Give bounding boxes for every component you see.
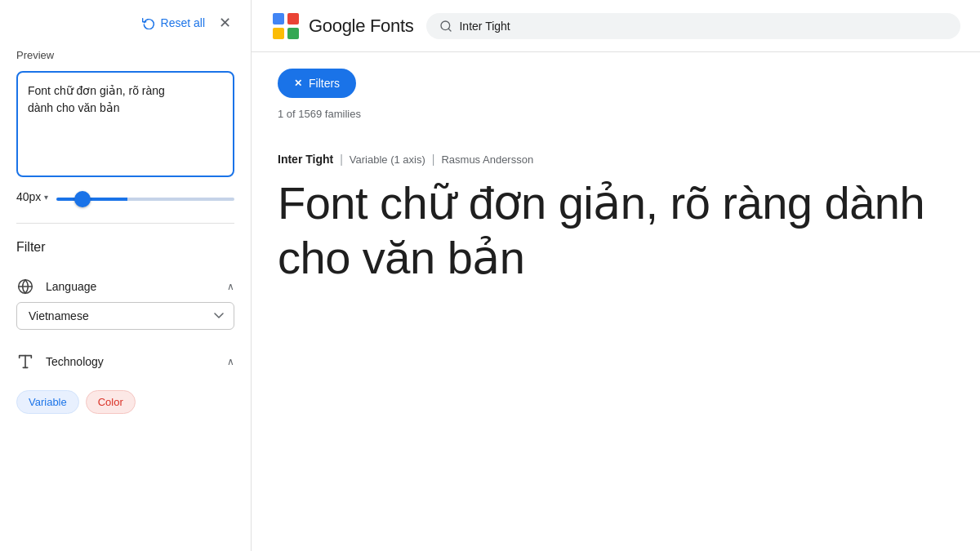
font-card-meta: Inter Tight | Variable (1 axis) | Rasmus…	[278, 153, 954, 166]
technology-filter-header[interactable]: Technology ∧	[16, 346, 234, 377]
font-meta-divider-2: |	[432, 153, 435, 166]
font-card-author: Rasmus Andersson	[441, 153, 533, 166]
reset-icon	[141, 16, 156, 30]
divider	[16, 223, 234, 224]
technology-filter-label: Technology	[46, 355, 104, 368]
font-size-dropdown-icon: ▾	[44, 193, 48, 202]
language-filter-header[interactable]: Language ∧	[16, 271, 234, 302]
preview-section-label: Preview	[16, 49, 234, 61]
color-chip[interactable]: Color	[86, 390, 136, 414]
globe-icon	[16, 278, 34, 295]
close-icon: ✕	[219, 16, 231, 30]
variable-chip[interactable]: Variable	[16, 390, 79, 414]
main-content: ✕ Filters 1 of 1569 families Inter Tight…	[252, 52, 980, 551]
font-preview-text: Font chữ đơn giản, rõ ràng dành cho văn …	[278, 176, 954, 285]
font-size-slider[interactable]	[56, 198, 234, 201]
typography-icon	[16, 353, 34, 371]
font-card-axes: Variable (1 axis)	[350, 153, 425, 166]
google-fonts-logo-icon	[271, 11, 301, 41]
sidebar-top-bar: Reset all ✕	[16, 13, 234, 33]
svg-rect-5	[287, 28, 299, 39]
svg-rect-4	[273, 28, 284, 39]
filters-button[interactable]: ✕ Filters	[278, 69, 356, 98]
reset-all-label: Reset all	[161, 16, 205, 29]
topbar: Google Fonts	[252, 0, 980, 52]
language-select[interactable]: Vietnamese English Chinese (Simplified) …	[16, 302, 234, 330]
svg-rect-2	[273, 13, 284, 24]
font-card: Inter Tight | Variable (1 axis) | Rasmus…	[278, 136, 954, 301]
font-size-slider-container	[56, 190, 234, 203]
google-fonts-logo: Google Fonts	[271, 11, 413, 41]
search-icon	[439, 20, 452, 33]
font-size-label: 40px ▾	[16, 190, 48, 203]
language-filter-left: Language	[16, 278, 96, 295]
font-meta-divider-1: |	[340, 153, 343, 166]
reset-all-button[interactable]: Reset all	[141, 16, 205, 30]
technology-chips: Variable Color	[16, 390, 234, 414]
language-filter-label: Language	[46, 280, 96, 293]
technology-filter-category: Technology ∧ Variable Color	[16, 346, 234, 414]
language-filter-category: Language ∧ Vietnamese English Chinese (S…	[16, 271, 234, 330]
sidebar: Reset all ✕ Preview Font chữ đơn giản, r…	[0, 0, 252, 551]
technology-chevron-up-icon: ∧	[227, 356, 234, 367]
filters-bar: ✕ Filters	[278, 69, 954, 98]
technology-filter-left: Technology	[16, 353, 104, 371]
filters-button-label: Filters	[309, 77, 340, 90]
filters-x-icon: ✕	[294, 78, 302, 89]
logo-text: Google Fonts	[309, 16, 413, 37]
filter-section-title: Filter	[16, 240, 234, 255]
language-chevron-up-icon: ∧	[227, 281, 234, 292]
preview-textarea[interactable]: Font chữ đơn giản, rõ ràng dành cho văn …	[16, 71, 234, 177]
close-button[interactable]: ✕	[215, 13, 234, 33]
results-count: 1 of 1569 families	[278, 108, 954, 120]
search-input[interactable]	[459, 20, 947, 33]
font-size-row: 40px ▾	[16, 190, 234, 203]
main-content-area: Google Fonts ✕ Filters 1 of 1569 familie…	[252, 0, 980, 551]
font-card-name: Inter Tight	[278, 153, 333, 166]
svg-line-7	[449, 29, 452, 31]
svg-rect-3	[287, 13, 299, 24]
search-bar	[426, 13, 960, 39]
